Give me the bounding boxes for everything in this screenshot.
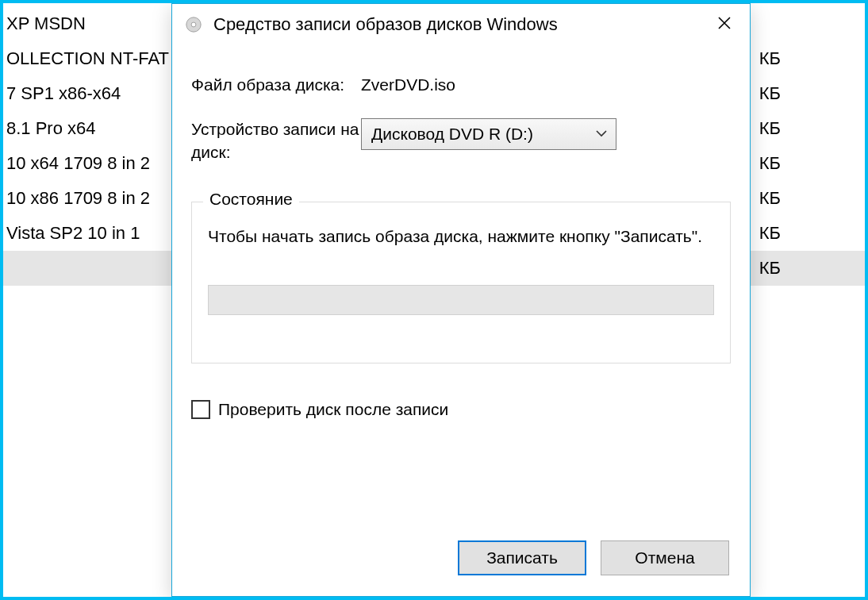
file-size: КБ [759,111,865,146]
status-legend: Состояние [203,190,299,209]
verify-checkbox-label: Проверить диск после записи [218,400,448,419]
file-size: КБ [759,146,865,181]
status-text: Чтобы начать запись образа диска, нажмит… [208,225,714,248]
burn-button[interactable]: Записать [458,540,586,575]
progress-bar [208,285,714,315]
file-size: КБ [759,76,865,111]
verify-checkbox[interactable]: Проверить диск после записи [191,400,731,419]
file-name: Vista SP2 10 in 1 [6,216,140,251]
titlebar: Средство записи образов дисков Windows [172,4,750,45]
chevron-down-icon [595,125,608,144]
dialog-title: Средство записи образов дисков Windows [213,14,702,35]
cancel-button-label: Отмена [635,548,694,567]
file-size [781,6,865,41]
file-name: 7 SP1 x86-x64 [6,76,121,111]
burner-row: Устройство записи на диск: Дисковод DVD … [191,118,731,163]
file-name: 8.1 Pro x64 [6,111,96,146]
file-size: КБ [759,181,865,216]
disc-icon [185,16,202,33]
file-name: XP MSDN [6,6,86,41]
checkbox-box-icon [191,400,210,419]
file-name: 10 x86 1709 8 in 2 [6,181,150,216]
cancel-button[interactable]: Отмена [601,540,729,575]
image-file-label: Файл образа диска: [191,74,361,96]
dialog-content: Файл образа диска: ZverDVD.iso Устройств… [172,45,750,419]
file-name: 10 x64 1709 8 in 2 [6,146,150,181]
burn-button-label: Записать [486,548,558,567]
file-size: КБ [759,251,865,286]
burner-select[interactable]: Дисковод DVD R (D:) [361,118,616,150]
close-button[interactable] [702,7,747,42]
status-group: Состояние Чтобы начать запись образа дис… [191,202,731,363]
burner-select-value: Дисковод DVD R (D:) [371,125,533,144]
image-file-value: ZverDVD.iso [361,74,455,94]
burner-label: Устройство записи на диск: [191,118,361,163]
file-name: OLLECTION NT-FAT [6,41,169,76]
dialog-buttons: Записать Отмена [458,540,729,575]
svg-point-1 [191,22,196,27]
close-icon [717,16,732,34]
file-size: КБ [759,41,865,76]
file-size: КБ [759,216,865,251]
image-file-row: Файл образа диска: ZverDVD.iso [191,74,731,96]
burn-image-dialog: Средство записи образов дисков Windows Ф… [171,3,751,597]
